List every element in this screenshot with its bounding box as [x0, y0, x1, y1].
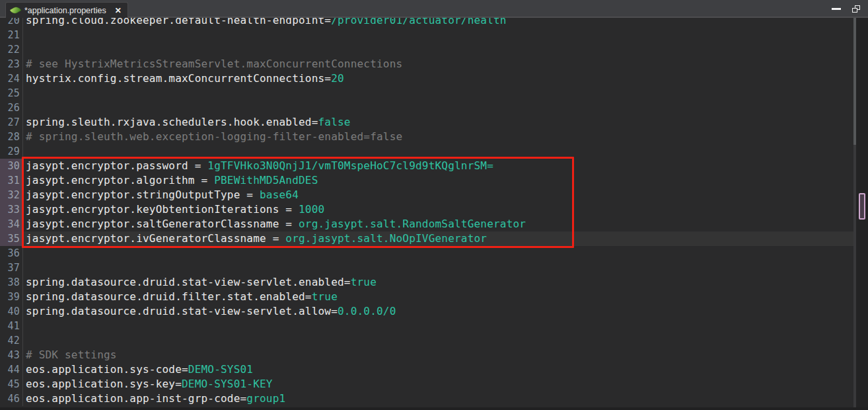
overview-change-marker[interactable]: [859, 193, 865, 220]
line-number: 42: [0, 333, 23, 348]
code-text: eos.application.sys-key=DEMO-SYS01-KEY: [23, 377, 854, 391]
tab-title: *application.properties: [24, 6, 106, 15]
code-line[interactable]: 31jasypt.encryptor.algorithm = PBEWithMD…: [0, 173, 854, 188]
code-text: [23, 101, 854, 115]
code-text: eos.application.app-inst-grp-code=group1: [23, 391, 854, 406]
code-line[interactable]: 22: [0, 42, 854, 57]
code-line[interactable]: 34jasypt.encryptor.saltGeneratorClassnam…: [0, 217, 854, 231]
code-line[interactable]: 39spring.datasource.druid.filter.stat.en…: [0, 290, 854, 304]
line-number: 30: [0, 159, 23, 173]
code-line[interactable]: 44eos.application.sys-code=DEMO-SYS01: [0, 362, 854, 377]
code-line[interactable]: 46eos.application.app-inst-grp-code=grou…: [0, 391, 854, 406]
code-line[interactable]: 29: [0, 144, 854, 159]
code-text: # see HystrixMetricsStreamServlet.maxCon…: [23, 57, 854, 71]
code-text: [23, 261, 854, 275]
code-text: jasypt.encryptor.keyObtentionIterations …: [23, 202, 854, 217]
restore-icon[interactable]: [852, 5, 860, 13]
code-line[interactable]: 23# see HystrixMetricsStreamServlet.maxC…: [0, 57, 854, 71]
code-text: # spring.sleuth.web.exception-logging-fi…: [23, 130, 854, 144]
properties-file-leaf-icon: [10, 5, 21, 15]
code-line[interactable]: 25: [0, 86, 854, 101]
line-number: 32: [0, 188, 23, 202]
title-bar: *application.properties ✕: [0, 0, 868, 18]
code-line[interactable]: 28# spring.sleuth.web.exception-logging-…: [0, 130, 854, 144]
code-line[interactable]: 21: [0, 28, 854, 42]
ide-window: { "colors": { "value_teal": "#2fc3a2", "…: [0, 0, 868, 410]
code-line[interactable]: 41: [0, 319, 854, 333]
code-line[interactable]: 27spring.sleuth.rxjava.schedulers.hook.e…: [0, 115, 854, 130]
code-line[interactable]: 42: [0, 333, 854, 348]
code-line[interactable]: 20spring.cloud.zookeeper.default-health-…: [0, 18, 854, 28]
line-number: 36: [0, 246, 23, 261]
code-text: hystrix.config.stream.maxConcurrentConne…: [23, 71, 854, 86]
line-number: 43: [0, 348, 23, 362]
code-text: jasypt.encryptor.saltGeneratorClassname …: [23, 217, 854, 231]
code-text: [23, 246, 854, 261]
code-line[interactable]: 33jasypt.encryptor.keyObtentionIteration…: [0, 202, 854, 217]
line-number: 35: [0, 231, 23, 246]
code-line[interactable]: 45eos.application.sys-key=DEMO-SYS01-KEY: [0, 377, 854, 391]
line-number: 33: [0, 202, 23, 217]
line-number: 28: [0, 130, 23, 144]
code-text: spring.datasource.druid.stat-view-servle…: [23, 275, 854, 290]
restore-front-square: [852, 8, 857, 13]
code-text: [23, 319, 854, 333]
code-line[interactable]: 24hystrix.config.stream.maxConcurrentCon…: [0, 71, 854, 86]
code-line[interactable]: 40spring.datasource.druid.stat-view-serv…: [0, 304, 854, 319]
code-line[interactable]: 32jasypt.encryptor.stringOutputType = ba…: [0, 188, 854, 202]
line-number: 44: [0, 362, 23, 377]
code-text: [23, 86, 854, 101]
window-bottom-edge: [0, 407, 868, 410]
line-number: 38: [0, 275, 23, 290]
code-text: [23, 28, 854, 42]
line-number: 45: [0, 377, 23, 391]
code-text: jasypt.encryptor.password = 1gTFVHko3N0Q…: [23, 159, 854, 173]
code-text: spring.sleuth.rxjava.schedulers.hook.ena…: [23, 115, 854, 130]
line-number: 34: [0, 217, 23, 231]
code-line[interactable]: 26: [0, 101, 854, 115]
line-number: 24: [0, 71, 23, 86]
code-line[interactable]: 35jasypt.encryptor.ivGeneratorClassname …: [0, 231, 854, 246]
line-number: 46: [0, 391, 23, 406]
line-number: 41: [0, 319, 23, 333]
code-text: jasypt.encryptor.ivGeneratorClassname = …: [23, 231, 854, 246]
code-lines: 20spring.cloud.zookeeper.default-health-…: [0, 18, 854, 406]
line-number: 21: [0, 28, 23, 42]
tab-close-icon[interactable]: ✕: [115, 7, 122, 15]
line-number: 27: [0, 115, 23, 130]
code-text: [23, 333, 854, 348]
code-line[interactable]: 36: [0, 246, 854, 261]
code-line[interactable]: 37: [0, 261, 854, 275]
tab-application-properties[interactable]: *application.properties ✕: [5, 2, 128, 18]
line-number: 29: [0, 144, 23, 159]
line-number: 31: [0, 173, 23, 188]
code-text: spring.datasource.druid.stat-view-servle…: [23, 304, 854, 319]
code-text: spring.cloud.zookeeper.default-health-en…: [23, 18, 854, 28]
code-text: jasypt.encryptor.algorithm = PBEWithMD5A…: [23, 173, 854, 188]
minimize-icon[interactable]: [832, 8, 841, 10]
line-number: 20: [0, 18, 23, 28]
code-text: [23, 144, 854, 159]
line-number: 23: [0, 57, 23, 71]
code-text: jasypt.encryptor.stringOutputType = base…: [23, 188, 854, 202]
code-text: spring.datasource.druid.filter.stat.enab…: [23, 290, 854, 304]
window-controls: [832, 3, 860, 14]
overview-ruler: [856, 18, 868, 410]
editor-area[interactable]: 20spring.cloud.zookeeper.default-health-…: [0, 18, 868, 410]
line-number: 37: [0, 261, 23, 275]
line-number: 22: [0, 42, 23, 57]
code-line[interactable]: 30jasypt.encryptor.password = 1gTFVHko3N…: [0, 159, 854, 173]
code-text: eos.application.sys-code=DEMO-SYS01: [23, 362, 854, 377]
code-text: # SDK settings: [23, 348, 854, 362]
code-line[interactable]: 43# SDK settings: [0, 348, 854, 362]
line-number: 25: [0, 86, 23, 101]
line-number: 39: [0, 290, 23, 304]
line-number: 40: [0, 304, 23, 319]
code-text: [23, 42, 854, 57]
line-number: 26: [0, 101, 23, 115]
code-line[interactable]: 38spring.datasource.druid.stat-view-serv…: [0, 275, 854, 290]
